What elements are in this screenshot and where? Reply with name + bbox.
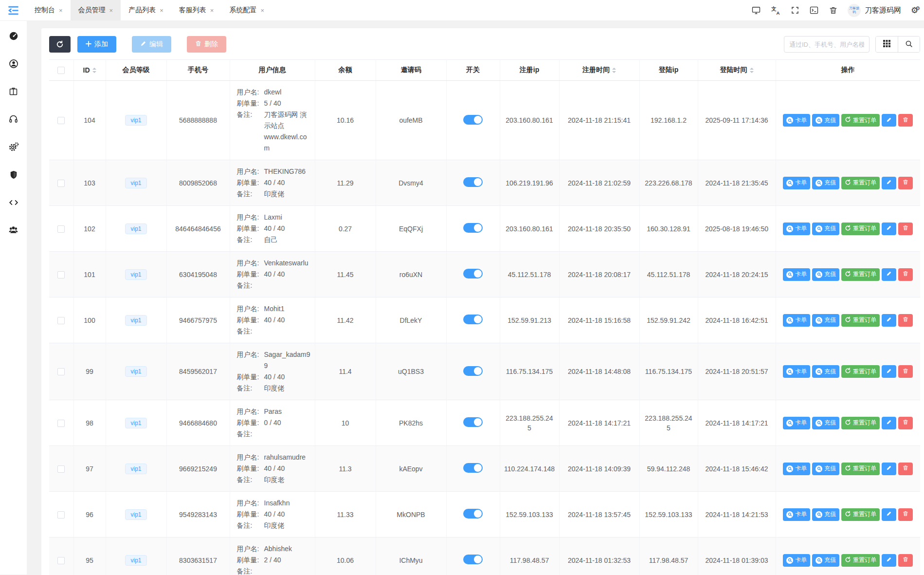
reset-order-button[interactable]: 重置订单 — [841, 268, 880, 281]
sidebar-item-users[interactable] — [0, 225, 27, 237]
reset-order-button[interactable]: 重置订单 — [841, 463, 880, 475]
recharge-button[interactable]: 充值 — [812, 314, 839, 327]
row-checkbox[interactable] — [57, 511, 65, 519]
tab-close-icon[interactable]: × — [160, 7, 163, 14]
delete-row-button[interactable] — [898, 177, 913, 189]
member-switch-toggle[interactable] — [463, 177, 483, 187]
select-all-checkbox[interactable] — [57, 67, 65, 74]
reset-order-button[interactable]: 重置订单 — [841, 314, 880, 327]
card-order-button[interactable]: 卡单 — [783, 114, 810, 127]
sidebar-item-dashboard[interactable] — [0, 31, 27, 42]
recharge-button[interactable]: 充值 — [812, 177, 839, 189]
tab-item[interactable]: 客服列表× — [171, 0, 222, 20]
brand[interactable]: 刀客源码 刀客源码网 — [848, 4, 901, 17]
delete-row-button[interactable] — [898, 268, 913, 281]
search-input[interactable] — [784, 36, 870, 53]
sidebar-item-headset[interactable] — [0, 114, 27, 126]
tab-close-icon[interactable]: × — [109, 7, 113, 14]
edit-row-button[interactable] — [882, 417, 896, 429]
card-order-button[interactable]: 卡单 — [783, 177, 810, 189]
delete-row-button[interactable] — [898, 314, 913, 327]
delete-row-button[interactable] — [898, 223, 913, 235]
sidebar-item-gears[interactable] — [0, 142, 27, 153]
edit-row-button[interactable] — [882, 177, 896, 189]
delete-row-button[interactable] — [898, 365, 913, 378]
edit-row-button[interactable] — [882, 314, 896, 327]
add-button[interactable]: 添加 — [77, 36, 116, 53]
card-order-button[interactable]: 卡单 — [783, 268, 810, 281]
recharge-button[interactable]: 充值 — [812, 365, 839, 378]
card-order-button[interactable]: 卡单 — [783, 554, 810, 567]
card-order-button[interactable]: 卡单 — [783, 508, 810, 521]
edit-row-button[interactable] — [882, 268, 896, 281]
tab-item[interactable]: 系统配置× — [221, 0, 272, 20]
member-switch-toggle[interactable] — [463, 555, 483, 564]
refresh-button[interactable] — [49, 36, 71, 53]
delete-row-button[interactable] — [898, 508, 913, 521]
recharge-button[interactable]: 充值 — [812, 417, 839, 429]
recharge-button[interactable]: 充值 — [812, 554, 839, 567]
sort-icon[interactable] — [612, 68, 616, 73]
tab-item[interactable]: 控制台× — [27, 0, 71, 20]
row-checkbox[interactable] — [57, 368, 65, 375]
edit-row-button[interactable] — [882, 554, 896, 567]
delete-row-button[interactable] — [898, 114, 913, 127]
member-switch-toggle[interactable] — [463, 269, 483, 278]
reset-order-button[interactable]: 重置订单 — [841, 417, 880, 429]
reset-order-button[interactable]: 重置订单 — [841, 223, 880, 235]
member-switch-toggle[interactable] — [463, 315, 483, 324]
row-checkbox[interactable] — [57, 225, 65, 233]
tab-close-icon[interactable]: × — [59, 7, 63, 14]
row-checkbox[interactable] — [57, 420, 65, 427]
sidebar-item-package[interactable] — [0, 86, 27, 98]
member-switch-toggle[interactable] — [463, 463, 483, 473]
reset-order-button[interactable]: 重置订单 — [841, 554, 880, 567]
edit-row-button[interactable] — [882, 114, 896, 127]
menu-collapse-icon[interactable] — [0, 0, 27, 20]
card-order-button[interactable]: 卡单 — [783, 417, 810, 429]
member-switch-toggle[interactable] — [463, 509, 483, 519]
edit-row-button[interactable] — [882, 508, 896, 521]
row-checkbox[interactable] — [57, 317, 65, 324]
recharge-button[interactable]: 充值 — [812, 463, 839, 475]
terminal-icon[interactable] — [809, 5, 819, 15]
edit-button[interactable]: 编辑 — [132, 36, 171, 53]
row-checkbox[interactable] — [57, 271, 65, 278]
monitor-icon[interactable] — [751, 5, 761, 15]
gears-icon[interactable]: ⚙⚙ — [911, 5, 917, 16]
delete-row-button[interactable] — [898, 554, 913, 567]
member-switch-toggle[interactable] — [463, 417, 483, 427]
card-order-button[interactable]: 卡单 — [783, 365, 810, 378]
delete-button[interactable]: 删除 — [187, 36, 226, 53]
card-order-button[interactable]: 卡单 — [783, 314, 810, 327]
row-checkbox[interactable] — [57, 180, 65, 187]
member-switch-toggle[interactable] — [463, 223, 483, 233]
sort-icon[interactable] — [750, 68, 754, 73]
trash-icon[interactable] — [829, 6, 838, 15]
translate-icon[interactable]: 文A — [771, 5, 781, 16]
recharge-button[interactable]: 充值 — [812, 508, 839, 521]
edit-row-button[interactable] — [882, 223, 896, 235]
recharge-button[interactable]: 充值 — [812, 268, 839, 281]
edit-row-button[interactable] — [882, 463, 896, 475]
tab-item[interactable]: 产品列表× — [121, 0, 171, 20]
row-checkbox[interactable] — [57, 557, 65, 564]
fullscreen-icon[interactable] — [791, 6, 799, 15]
sort-icon[interactable] — [92, 68, 96, 73]
tab-item[interactable]: 会员管理× — [71, 0, 121, 20]
sidebar-item-user-circle[interactable] — [0, 58, 27, 70]
grid-view-button[interactable] — [876, 37, 898, 52]
tab-close-icon[interactable]: × — [260, 7, 264, 14]
reset-order-button[interactable]: 重置订单 — [841, 177, 880, 189]
search-button[interactable] — [898, 37, 920, 52]
delete-row-button[interactable] — [898, 417, 913, 429]
reset-order-button[interactable]: 重置订单 — [841, 114, 880, 127]
reset-order-button[interactable]: 重置订单 — [841, 365, 880, 378]
sidebar-item-code[interactable] — [0, 197, 27, 209]
card-order-button[interactable]: 卡单 — [783, 463, 810, 475]
row-checkbox[interactable] — [57, 117, 65, 124]
recharge-button[interactable]: 充值 — [812, 114, 839, 127]
member-switch-toggle[interactable] — [463, 115, 483, 125]
member-switch-toggle[interactable] — [463, 366, 483, 376]
recharge-button[interactable]: 充值 — [812, 223, 839, 235]
